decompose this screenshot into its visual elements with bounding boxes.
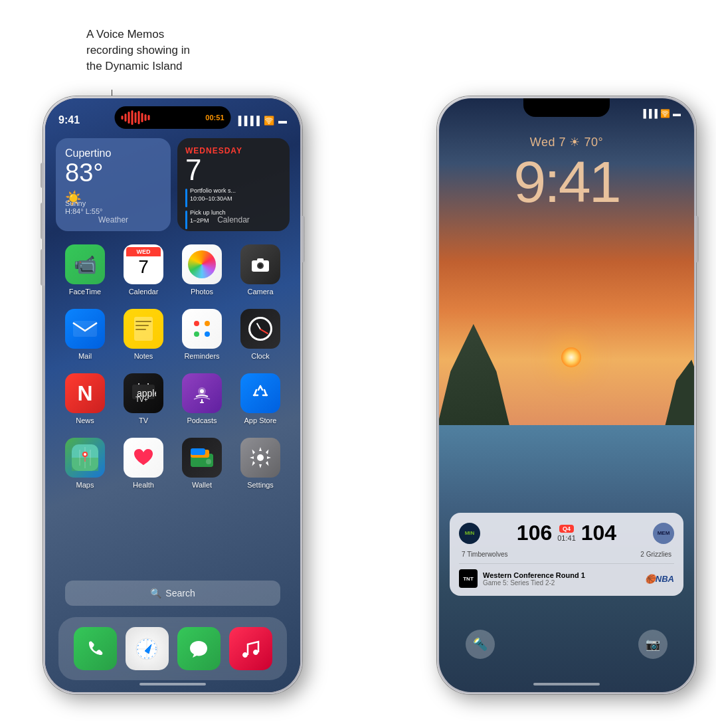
weather-condition: Sunny H:84° L:55° (65, 199, 103, 215)
status-icons: ▐▐▐▐ 🛜 ▬ (235, 116, 287, 126)
svg-rect-27 (191, 448, 205, 455)
quarter-indicator: Q4 (559, 525, 574, 533)
camera-button[interactable]: 📷 (638, 630, 668, 659)
recording-timer: 00:51 (205, 114, 224, 122)
svg-rect-8 (135, 329, 146, 330)
notification-card[interactable]: MIN 106 Q4 01:41 104 MEM 7 Timberwolv (450, 513, 683, 596)
reminders-icon (182, 309, 222, 349)
weather-temp: 83° (65, 159, 161, 187)
svg-point-23 (84, 453, 86, 456)
team1-name: 7 Timberwolves (462, 551, 507, 558)
svg-rect-7 (135, 325, 149, 326)
tv-app[interactable]: apple TV+ TV (120, 373, 167, 424)
lock-screen-date: Wed 7 ☀ 70° (439, 135, 694, 149)
game-score-display: 106 Q4 01:41 104 (487, 521, 646, 545)
svg-rect-4 (73, 321, 97, 337)
notification-footer: TNT Western Conference Round 1 Game 5: S… (459, 563, 674, 588)
team2-score: 104 (581, 521, 616, 545)
tv-label: TV (139, 416, 148, 424)
health-icon (124, 438, 163, 478)
camera-app[interactable]: Camera (236, 244, 284, 296)
news-app[interactable]: N News (61, 373, 109, 424)
calendar-icon-header: WED (126, 247, 161, 256)
svg-point-17 (200, 389, 204, 393)
dock-phone-app[interactable] (74, 627, 117, 670)
dock (58, 617, 287, 680)
team-info-row: 7 Timberwolves 2 Grizzlies (459, 551, 674, 558)
wifi-icon: 🛜 (264, 116, 274, 126)
weather-widget[interactable]: Cupertino 83° ☀️ Sunny H:84° L:55° Weath… (56, 138, 171, 231)
calendar-widget-label: Calendar (217, 215, 250, 225)
settings-icon (240, 438, 280, 478)
mail-label: Mail (78, 352, 92, 360)
lock-screen-time: 9:41 (439, 153, 694, 211)
phone2-lock-screen: ▐▐▐ 🛜 ▬ Wed 7 ☀ 70° 9:41 MIN 106 (437, 96, 696, 694)
dynamic-island[interactable]: 00:51 (115, 106, 231, 129)
app-row-3: N News apple TV+ TV (56, 373, 290, 424)
appstore-app[interactable]: App Store (236, 373, 284, 424)
dock-safari-app[interactable] (126, 627, 169, 670)
flashlight-button[interactable]: 🔦 (466, 630, 495, 659)
photos-app[interactable]: Photos (178, 244, 226, 296)
wallet-app[interactable]: Wallet (178, 438, 226, 489)
grizzlies-logo: MEM (653, 523, 674, 544)
notch (523, 98, 610, 117)
calendar-icon: WED 7 (124, 244, 163, 284)
appstore-label: App Store (244, 416, 277, 424)
search-label: Search (165, 588, 195, 598)
mute-button[interactable] (41, 163, 45, 188)
dock-music-app[interactable] (229, 627, 272, 670)
app-row-2: Mail Notes (56, 309, 290, 360)
health-label: Health (133, 481, 154, 489)
calendar-event-1: Portfolio work s... 10:00–10:30AM (185, 187, 282, 207)
game-clock: 01:41 (557, 534, 576, 542)
svg-rect-19 (200, 402, 204, 403)
wifi-icon-2: 🛜 (660, 109, 670, 118)
mail-icon (65, 309, 105, 349)
signal-icon: ▐▐▐▐ (235, 116, 260, 126)
calendar-icon-number: 7 (126, 256, 161, 278)
calendar-app[interactable]: WED 7 Calendar (120, 244, 167, 296)
reminders-app[interactable]: Reminders (178, 309, 226, 360)
game-title: Western Conference Round 1 (483, 571, 640, 579)
calendar-widget[interactable]: WEDNESDAY 7 Portfolio work s... 10:00–10… (177, 138, 290, 231)
power-button-2[interactable] (695, 216, 699, 262)
widgets-area: Cupertino 83° ☀️ Sunny H:84° L:55° Weath… (56, 138, 290, 231)
volume-down-button[interactable] (41, 249, 45, 286)
svg-rect-6 (135, 321, 151, 322)
wallet-icon (182, 438, 222, 478)
team2-name: 2 Grizzlies (640, 551, 671, 558)
notes-label: Notes (134, 352, 153, 360)
notes-icon (124, 309, 163, 349)
facetime-app[interactable]: 📹 FaceTime (61, 244, 109, 296)
health-app[interactable]: Health (120, 438, 167, 489)
clock-label: Clock (251, 352, 270, 360)
dock-messages-app[interactable] (177, 627, 221, 670)
mail-app[interactable]: Mail (61, 309, 109, 360)
maps-app[interactable]: Maps (61, 438, 109, 489)
appstore-icon (240, 373, 280, 413)
svg-point-2 (258, 264, 262, 268)
weather-city: Cupertino (65, 147, 161, 159)
volume-up-button[interactable] (41, 203, 45, 239)
settings-app[interactable]: Settings (236, 438, 284, 489)
game-subtitle: Game 5: Series Tied 2-2 (483, 579, 640, 587)
battery-icon-2: ▬ (673, 109, 681, 118)
home-indicator-2 (533, 683, 600, 685)
settings-label: Settings (247, 481, 274, 489)
clock-app[interactable]: Clock (236, 309, 284, 360)
svg-point-10 (205, 321, 210, 326)
maps-icon (65, 438, 105, 478)
game-score-row: MIN 106 Q4 01:41 104 MEM (459, 521, 674, 545)
game-status: Q4 01:41 (557, 525, 576, 542)
voice-memo-waveform (122, 110, 150, 125)
search-bar[interactable]: 🔍 Search (65, 581, 280, 606)
game-description: Western Conference Round 1 Game 5: Serie… (483, 571, 640, 587)
news-label: News (76, 416, 94, 424)
power-button[interactable] (301, 216, 305, 262)
podcasts-app[interactable]: Podcasts (178, 373, 226, 424)
facetime-label: FaceTime (69, 288, 102, 296)
svg-point-11 (194, 331, 199, 337)
notes-app[interactable]: Notes (120, 309, 167, 360)
facetime-icon: 📹 (65, 244, 105, 284)
